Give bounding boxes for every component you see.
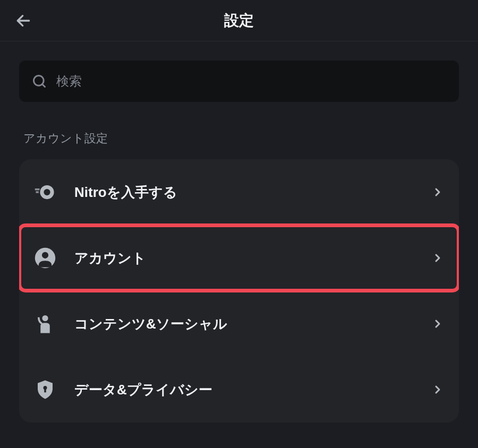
- search-container[interactable]: [19, 61, 459, 102]
- social-icon: [34, 313, 56, 335]
- settings-item-content-social[interactable]: コンテンツ&ソーシャル: [19, 291, 459, 357]
- arrow-left-icon: [15, 12, 32, 29]
- svg-line-2: [42, 84, 45, 87]
- back-button[interactable]: [11, 8, 36, 33]
- chevron-right-icon: [431, 252, 444, 264]
- page-title: 設定: [224, 11, 254, 31]
- search-input[interactable]: [56, 74, 446, 89]
- chevron-right-icon: [431, 383, 444, 396]
- settings-item-account[interactable]: アカウント: [19, 225, 459, 291]
- search-icon: [32, 74, 47, 89]
- account-icon: [34, 247, 56, 269]
- settings-list: Nitroを入手する アカウント: [19, 159, 459, 423]
- content: アカウント設定 Nitroを入手する: [0, 41, 478, 442]
- item-label: データ&プライバシー: [74, 381, 431, 399]
- chevron-right-icon: [431, 186, 444, 199]
- svg-point-4: [44, 189, 50, 195]
- privacy-icon: [34, 378, 56, 401]
- settings-item-data-privacy[interactable]: データ&プライバシー: [19, 357, 459, 423]
- svg-point-7: [42, 315, 48, 321]
- item-label: Nitroを入手する: [74, 183, 431, 202]
- nitro-icon: [34, 181, 56, 203]
- item-label: コンテンツ&ソーシャル: [74, 315, 431, 333]
- svg-rect-9: [44, 389, 46, 392]
- section-label: アカウント設定: [19, 131, 459, 147]
- chevron-right-icon: [431, 317, 444, 330]
- item-label: アカウント: [74, 249, 431, 268]
- svg-point-6: [42, 252, 48, 259]
- header: 設定: [0, 0, 478, 41]
- settings-item-nitro[interactable]: Nitroを入手する: [19, 159, 459, 225]
